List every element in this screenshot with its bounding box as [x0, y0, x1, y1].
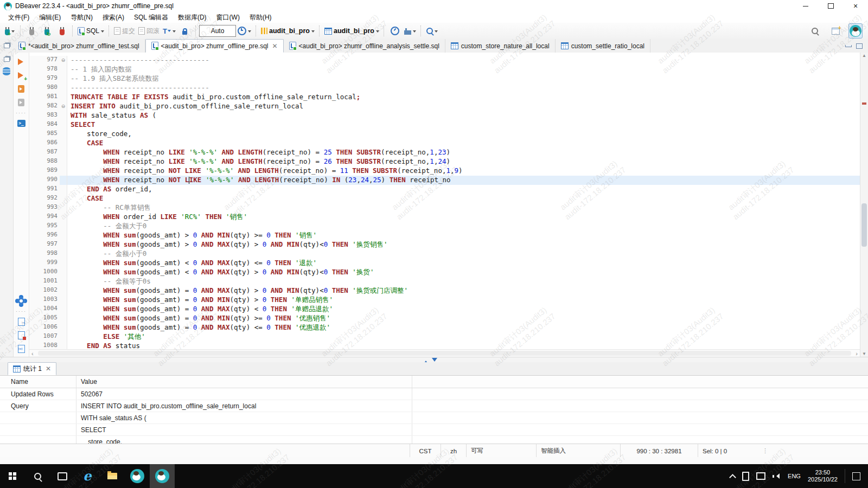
- column-header-name[interactable]: Name: [0, 376, 76, 388]
- menu-item-1[interactable]: 编辑(E): [34, 13, 66, 22]
- overflow-dots-icon[interactable]: ⋮: [762, 444, 768, 458]
- sql-console-button[interactable]: >_: [16, 118, 26, 128]
- execute-script-button[interactable]: [16, 84, 26, 94]
- scroll-down-icon[interactable]: ▼: [860, 351, 868, 356]
- horizontal-scrollbar[interactable]: ‹ ›: [29, 349, 860, 357]
- table-row[interactable]: QueryINSERT INTO audit_bi_pro.custom_off…: [0, 400, 868, 412]
- speaker-icon[interactable]: [773, 473, 781, 480]
- code-line[interactable]: 995 -- 金额大于0: [29, 222, 860, 231]
- execute-statement-button[interactable]: [16, 57, 26, 67]
- open-perspective-button[interactable]: [828, 24, 843, 37]
- horizontal-scroll-thumb[interactable]: [38, 351, 852, 356]
- editor-tab-0[interactable]: *<audit_bi_pro> zhumr_offline_test.sql: [13, 39, 145, 53]
- minimize-button[interactable]: [793, 0, 818, 12]
- menu-item-7[interactable]: 帮助(H): [245, 13, 277, 22]
- new-connection-button[interactable]: +: [2, 24, 17, 37]
- hidden-icons-chevron-icon[interactable]: [729, 474, 736, 481]
- start-button[interactable]: [0, 464, 25, 488]
- code-line[interactable]: 983WITH sale_status AS (: [29, 111, 860, 120]
- schema-selector[interactable]: audit_bi_pro: [323, 24, 381, 37]
- code-line[interactable]: 1005 WHEN sum(goods_amt) = 0 AND MIN(qty…: [29, 314, 860, 323]
- restore-view-icon[interactable]: [4, 57, 10, 62]
- explain-plan-button[interactable]: [16, 98, 26, 107]
- clock[interactable]: 23:50 2025/10/22: [808, 469, 838, 483]
- editor-tab-3[interactable]: custom_store_nature_all_local: [445, 39, 556, 53]
- code-line[interactable]: 986 CASE: [29, 139, 860, 148]
- close-icon[interactable]: ✕: [44, 365, 51, 373]
- maximize-view-icon[interactable]: [856, 43, 863, 49]
- file-explorer-button[interactable]: [100, 464, 125, 488]
- editor-tab-2[interactable]: <audit_bi_pro> zhumr_offline_analysis_se…: [284, 39, 445, 53]
- menu-item-0[interactable]: 文件(F): [3, 13, 34, 22]
- code-line[interactable]: 1006 WHEN sum(goods_amt) = 0 AND MAX(qty…: [29, 323, 860, 332]
- code-line[interactable]: 978-- 1 插入国内数据: [29, 65, 860, 74]
- connect-button[interactable]: [24, 24, 39, 37]
- search-button[interactable]: [424, 24, 439, 37]
- project-button[interactable]: [403, 24, 418, 37]
- connection-selector[interactable]: audit_bi_pro: [259, 24, 316, 37]
- menu-item-4[interactable]: SQL 编辑器: [129, 13, 173, 22]
- close-button[interactable]: ×: [843, 0, 868, 12]
- network-icon[interactable]: [756, 472, 765, 480]
- code-line[interactable]: 982⊖INSERT INTO audit_bi_pro.custom_offl…: [29, 102, 860, 111]
- code-line[interactable]: 992 CASE: [29, 194, 860, 203]
- menu-item-5[interactable]: 数据库(D): [173, 13, 212, 22]
- output-button[interactable]: [16, 344, 26, 354]
- code-line[interactable]: 981TRUNCATE TABLE IF EXISTS audit_bi_pro…: [29, 93, 860, 102]
- execute-new-tab-button[interactable]: +: [16, 70, 26, 80]
- restore-panel-icon[interactable]: [4, 43, 10, 48]
- language-indicator[interactable]: ENG: [788, 473, 801, 479]
- menu-item-2[interactable]: 导航(N): [66, 13, 98, 22]
- code-line[interactable]: 1000 WHEN sum(goods_amt) < 0 AND MAX(qty…: [29, 268, 860, 277]
- vertical-scroll-thumb[interactable]: [861, 203, 867, 247]
- code-line[interactable]: 994 WHEN order_id LIKE 'RC%' THEN '销售': [29, 213, 860, 222]
- editor-settings-button[interactable]: [16, 296, 26, 306]
- transaction-mode-button[interactable]: T: [161, 24, 177, 37]
- code-line[interactable]: 980----------------------------------: [29, 84, 860, 93]
- dbeaver-perspective-button[interactable]: [848, 23, 863, 38]
- column-header-value[interactable]: Value: [76, 376, 412, 388]
- database-navigator-icon[interactable]: [3, 67, 10, 75]
- tab-statistics[interactable]: 统计 1 ✕: [8, 362, 56, 375]
- lock-button[interactable]: [177, 24, 193, 37]
- notification-center-icon[interactable]: [852, 472, 860, 480]
- code-line[interactable]: 1004 WHEN sum(goods_amt) = 0 AND MAX(qty…: [29, 305, 860, 314]
- disconnect-button[interactable]: [54, 24, 69, 37]
- dbeaver-taskbar-button[interactable]: [125, 464, 150, 488]
- code-line[interactable]: 989 WHEN receipt_no NOT LIKE '%-%-%' AND…: [29, 166, 860, 176]
- code-line[interactable]: 988 WHEN receipt_no LIKE '%-%-%' AND LEN…: [29, 157, 860, 166]
- table-row[interactable]: SELECT: [0, 424, 868, 436]
- scroll-left-icon[interactable]: ‹: [29, 350, 36, 357]
- code-line[interactable]: 1003 WHEN sum(goods_amt) = 0 AND MIN(qty…: [29, 296, 860, 305]
- code-line[interactable]: 1007 ELSE '其他': [29, 332, 860, 342]
- tablet-icon[interactable]: [742, 472, 749, 481]
- export-result-button[interactable]: [16, 317, 26, 326]
- scroll-right-icon[interactable]: ›: [853, 350, 860, 357]
- vertical-scrollbar[interactable]: ▲ ▼: [860, 53, 868, 357]
- task-view-button[interactable]: [50, 464, 75, 488]
- code-line[interactable]: 999 WHEN sum(goods_amt) < 0 AND MAX(qty)…: [29, 259, 860, 268]
- code-line[interactable]: 997 WHEN sum(goods_amt) > 0 AND MAX(qty)…: [29, 240, 860, 249]
- code-line[interactable]: 984SELECT: [29, 120, 860, 130]
- code-line[interactable]: 987 WHEN receipt_no LIKE '%-%-%' AND LEN…: [29, 148, 860, 157]
- code-line[interactable]: 977⊖----------------------------------: [29, 56, 860, 65]
- code-line[interactable]: 1001 -- 金额等于0s: [29, 277, 860, 286]
- code-line[interactable]: 998 -- 金额小于0: [29, 249, 860, 259]
- internet-explorer-button[interactable]: e: [75, 464, 100, 488]
- dashboard-button[interactable]: [387, 24, 403, 37]
- table-row[interactable]: WITH sale_status AS (: [0, 412, 868, 424]
- reconnect-button[interactable]: ↻: [39, 24, 54, 37]
- save-to-file-button[interactable]: [16, 330, 26, 340]
- table-row[interactable]: Updated Rows502067: [0, 388, 868, 400]
- taskbar-search-button[interactable]: [25, 464, 50, 488]
- code-line[interactable]: 991 END AS order_id,: [29, 185, 860, 194]
- rollback-button[interactable]: 回滚: [137, 24, 161, 37]
- sql-editor-button[interactable]: SQL: [76, 24, 106, 37]
- code-line[interactable]: 993 -- RC单算销售: [29, 203, 860, 213]
- commit-button[interactable]: 提交: [112, 24, 137, 37]
- sql-code-editor[interactable]: 977⊖----------------------------------97…: [29, 53, 860, 357]
- editor-tab-4[interactable]: custom_settle_ratio_local: [556, 39, 650, 53]
- maximize-button[interactable]: [818, 0, 843, 12]
- code-line[interactable]: 990 WHEN receipt_no NOT LIKE '%-%-%' AND…: [29, 176, 860, 185]
- menu-item-6[interactable]: 窗口(W): [212, 13, 245, 22]
